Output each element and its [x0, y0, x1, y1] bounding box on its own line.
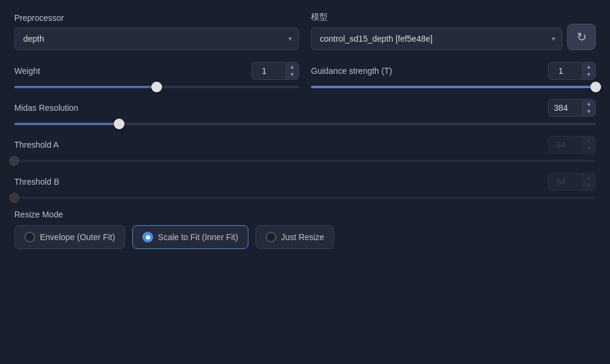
guidance-track [311, 86, 596, 88]
midas-decrement[interactable]: ▼ [583, 108, 595, 116]
resize-option-just-resize[interactable]: Just Resize [256, 225, 334, 249]
threshold-b-decrement[interactable]: ▼ [583, 182, 595, 189]
threshold-a-input[interactable] [549, 136, 582, 153]
resize-option-outer-fit[interactable]: Envelope (Outer Fit) [14, 225, 125, 249]
weight-header: Weight ▲ ▼ [14, 62, 299, 80]
model-select-wrapper: 模型 control_sd15_depth [fef5e48e]control_… [311, 12, 562, 50]
resize-option-just-resize-label: Just Resize [281, 232, 324, 242]
guidance-stepper: ▲ ▼ [582, 63, 595, 79]
midas-track [14, 123, 596, 125]
threshold-b-input[interactable] [549, 173, 582, 190]
weight-input-wrapper: ▲ ▼ [251, 62, 299, 80]
guidance-slider-group: Guidance strength (T) ▲ ▼ [311, 62, 596, 88]
refresh-icon: ↻ [577, 30, 587, 44]
midas-header: Midas Resolution ▲ ▼ [14, 99, 596, 117]
threshold-b-increment[interactable]: ▲ [583, 174, 595, 182]
weight-guidance-row: Weight ▲ ▼ Guidance strength (T) ▲ ▼ [14, 62, 596, 88]
model-label: 模型 [311, 12, 562, 23]
guidance-input-wrapper: ▲ ▼ [548, 62, 596, 80]
radio-outer-fit [24, 232, 35, 242]
weight-track [14, 86, 299, 88]
threshold-a-header: Threshold A ▲ ▼ [14, 136, 596, 154]
resize-mode-label: Resize Mode [14, 210, 596, 219]
threshold-a-track [14, 160, 596, 162]
top-section: Preprocessor depthcannylineartnormalopen… [14, 12, 596, 50]
weight-input[interactable] [252, 63, 285, 79]
guidance-label: Guidance strength (T) [311, 66, 392, 76]
weight-increment[interactable]: ▲ [286, 63, 298, 71]
midas-input[interactable] [549, 99, 582, 116]
radio-just-resize [266, 232, 276, 242]
threshold-a-stepper: ▲ ▼ [582, 137, 595, 153]
preprocessor-select[interactable]: depthcannylineartnormalopenposescribble [14, 27, 299, 50]
guidance-input[interactable] [549, 63, 582, 79]
weight-stepper: ▲ ▼ [285, 63, 298, 79]
preprocessor-label: Preprocessor [14, 13, 299, 23]
resize-option-inner-fit-label: Scale to Fit (Inner Fit) [158, 232, 238, 242]
threshold-a-label: Threshold A [14, 140, 59, 150]
threshold-a-decrement[interactable]: ▼ [583, 145, 595, 153]
threshold-a-input-wrapper: ▲ ▼ [548, 136, 596, 154]
threshold-b-track [14, 197, 596, 199]
guidance-increment[interactable]: ▲ [583, 63, 595, 71]
resize-mode-section: Resize Mode Envelope (Outer Fit) Scale t… [14, 210, 596, 249]
threshold-b-input-wrapper: ▲ ▼ [548, 173, 596, 191]
model-select[interactable]: control_sd15_depth [fef5e48e]control_sd1… [311, 27, 562, 50]
resize-options-group: Envelope (Outer Fit) Scale to Fit (Inner… [14, 225, 596, 249]
guidance-decrement[interactable]: ▼ [583, 71, 595, 79]
midas-stepper: ▲ ▼ [582, 100, 595, 116]
guidance-header: Guidance strength (T) ▲ ▼ [311, 62, 596, 80]
midas-increment[interactable]: ▲ [583, 100, 595, 108]
weight-slider-group: Weight ▲ ▼ [14, 62, 299, 88]
weight-decrement[interactable]: ▼ [286, 71, 298, 79]
threshold-b-header: Threshold B ▲ ▼ [14, 173, 596, 191]
threshold-b-label: Threshold B [14, 177, 59, 186]
threshold-b-stepper: ▲ ▼ [582, 174, 595, 189]
midas-input-wrapper: ▲ ▼ [548, 99, 596, 117]
preprocessor-col: Preprocessor depthcannylineartnormalopen… [14, 13, 299, 50]
resize-option-inner-fit[interactable]: Scale to Fit (Inner Fit) [132, 225, 248, 249]
resize-option-outer-fit-label: Envelope (Outer Fit) [40, 232, 115, 242]
preprocessor-select-wrapper: depthcannylineartnormalopenposescribble … [14, 27, 299, 50]
radio-inner-fit [142, 232, 153, 242]
midas-slider-group: Midas Resolution ▲ ▼ [14, 99, 596, 125]
threshold-a-slider-group: Threshold A ▲ ▼ [14, 136, 596, 162]
midas-label: Midas Resolution [14, 103, 78, 113]
model-select-outer: control_sd15_depth [fef5e48e]control_sd1… [311, 27, 562, 50]
model-col: 模型 control_sd15_depth [fef5e48e]control_… [311, 12, 596, 50]
weight-label: Weight [14, 66, 40, 76]
refresh-button[interactable]: ↻ [567, 24, 596, 50]
threshold-a-increment[interactable]: ▲ [583, 137, 595, 145]
threshold-b-slider-group: Threshold B ▲ ▼ [14, 173, 596, 199]
